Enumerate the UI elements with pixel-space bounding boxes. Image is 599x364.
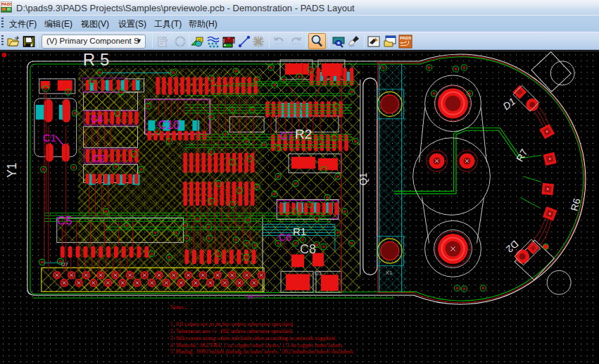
svg-text:4. Material: .062 FR4, 1 oz: 4. Material: .062 FR4, 1 oz copper outer… — [170, 342, 343, 349]
svg-text:C6: C6 — [279, 232, 291, 243]
svg-text:C2: C2 — [93, 153, 106, 164]
svg-text:U1: U1 — [315, 270, 322, 277]
svg-text:3. Silk screen using white i: 3. Silk screen using white ink both side… — [170, 335, 336, 341]
svg-text:C4: C4 — [91, 113, 103, 125]
svg-text:Y1: Y1 — [5, 163, 19, 178]
svg-text:C10: C10 — [158, 118, 179, 132]
svg-text:Notes:: Notes: — [170, 304, 185, 310]
svg-text:PADS: PADS — [1, 2, 12, 6]
svg-text:R2: R2 — [295, 127, 312, 142]
svg-text:1. All values are in inches: 1. All values are in inches unless other… — [170, 321, 294, 327]
svg-text:C8: C8 — [300, 242, 316, 256]
svg-text:R5: R5 — [83, 51, 115, 69]
svg-text:C5: C5 — [57, 214, 72, 227]
svg-text:PADS: PADS — [400, 36, 411, 40]
svg-text:C1: C1 — [43, 132, 56, 144]
svg-text:R1: R1 — [293, 225, 306, 237]
svg-text:2. Tolerances are +/- .002: 2. Tolerances are +/- .002 unless otherw… — [170, 328, 293, 334]
svg-text:5. Plating: .0003 nickel pla: 5. Plating: .0003 nickel plating on oute… — [170, 349, 354, 355]
svg-text:H: H — [248, 294, 252, 301]
svg-text:C7: C7 — [280, 130, 293, 142]
svg-text:X1: X1 — [386, 270, 393, 276]
svg-text:U7: U7 — [61, 261, 69, 268]
svg-text:Q1: Q1 — [358, 172, 369, 186]
